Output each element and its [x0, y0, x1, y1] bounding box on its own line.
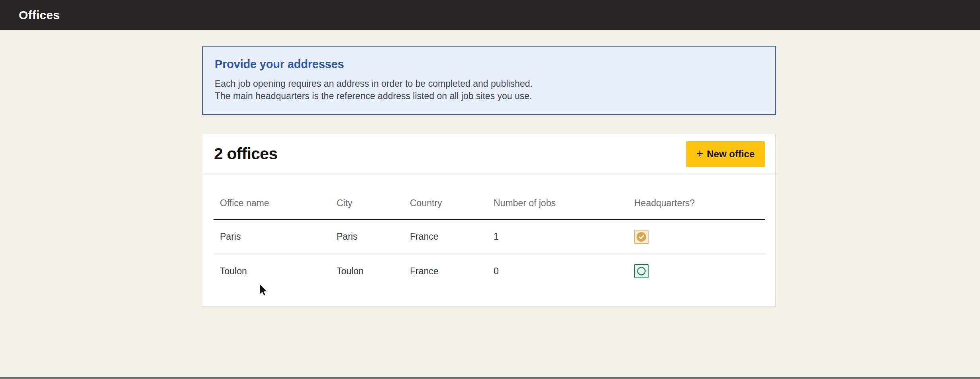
info-banner-title: Provide your addresses	[215, 58, 763, 71]
headquarters-checked-badge[interactable]	[634, 230, 649, 244]
cell-city: Paris	[330, 220, 404, 254]
cell-country: France	[404, 220, 487, 254]
offices-card-header: 2 offices + New office	[202, 134, 775, 174]
addresses-info-banner: Provide your addresses Each job opening …	[202, 46, 776, 115]
cell-office-name: Paris	[214, 220, 330, 254]
column-header-country: Country	[404, 174, 487, 220]
column-header-headquarters: Headquarters?	[628, 174, 765, 220]
table-row[interactable]: Toulon Toulon France 0	[214, 254, 765, 288]
page-title: Offices	[19, 8, 60, 22]
cell-number-of-jobs: 1	[487, 220, 628, 254]
column-header-city: City	[330, 174, 404, 220]
column-header-office-name: Office name	[214, 174, 330, 220]
check-circle-icon	[637, 232, 646, 242]
offices-count-heading: 2 offices	[214, 145, 277, 163]
table-row[interactable]: Paris Paris France 1	[214, 220, 765, 254]
cell-city: Toulon	[330, 254, 404, 288]
cell-country: France	[404, 254, 487, 288]
info-banner-line2: The main headquarters is the reference a…	[215, 90, 763, 102]
cell-number-of-jobs: 0	[487, 254, 628, 288]
offices-table: Office name City Country Number of jobs …	[214, 174, 764, 288]
column-header-number-of-jobs: Number of jobs	[487, 174, 628, 220]
cell-office-name: Toulon	[214, 254, 330, 288]
plus-icon: +	[696, 149, 704, 158]
table-header-row: Office name City Country Number of jobs …	[214, 174, 765, 220]
offices-card: 2 offices + New office Office name City …	[202, 134, 776, 307]
info-banner-line1: Each job opening requires an address in …	[215, 78, 763, 90]
topbar: Offices	[0, 0, 980, 30]
new-office-button-label: New office	[707, 148, 755, 160]
headquarters-unchecked-badge[interactable]	[634, 264, 649, 278]
info-banner-body: Each job opening requires an address in …	[215, 78, 763, 102]
circle-outline-icon	[637, 267, 646, 275]
new-office-button[interactable]: + New office	[686, 141, 765, 167]
window-bottom-edge	[0, 377, 980, 379]
